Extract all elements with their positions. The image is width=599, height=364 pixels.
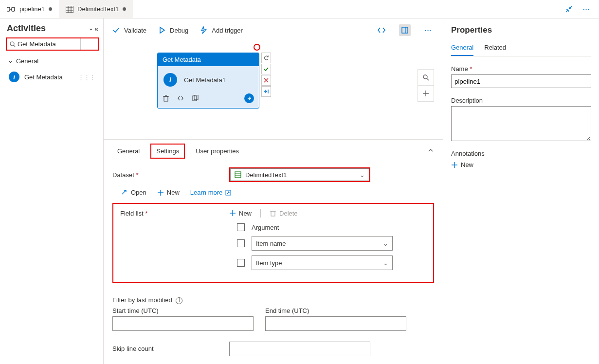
tab-label: pipeline1: [19, 5, 45, 13]
annotations-new-label: New: [461, 161, 473, 168]
description-label: Description: [451, 97, 591, 104]
fl-new-label: New: [239, 210, 252, 217]
activity-node-get-metadata[interactable]: Get Metadata i Get Metadata1: [157, 53, 259, 109]
node-name: Get Metadata1: [184, 76, 226, 84]
activities-search[interactable]: Get Metadata: [6, 37, 99, 51]
pipeline-canvas[interactable]: Get Metadata i Get Metadata1: [157, 42, 443, 139]
pipeline-toolbar: Validate Debug Add trigger ···: [104, 18, 443, 42]
annotations-label: Annotations: [451, 150, 591, 157]
collapse-panel-icon[interactable]: [427, 147, 434, 155]
info-icon: i: [9, 72, 19, 82]
start-time-input[interactable]: [112, 316, 254, 331]
canvas-search-button[interactable]: [417, 69, 434, 86]
argument-header-checkbox[interactable]: [237, 223, 245, 231]
arrow-icon[interactable]: [244, 93, 254, 103]
svg-point-18: [423, 75, 427, 79]
fieldlist-new-button[interactable]: New: [229, 210, 252, 217]
filter-label: Filter by last modified: [112, 296, 172, 304]
add-trigger-button[interactable]: Add trigger: [200, 26, 243, 34]
end-time-input[interactable]: [265, 316, 406, 331]
tab-settings[interactable]: Settings: [150, 144, 185, 159]
grip-icon: ⋮⋮⋮: [78, 73, 95, 81]
properties-tab-general[interactable]: General: [451, 42, 473, 56]
tab-pipeline1[interactable]: pipeline1: [0, 0, 59, 18]
port-retry[interactable]: [261, 53, 271, 63]
category-label: General: [16, 57, 38, 65]
validate-button[interactable]: Validate: [112, 26, 146, 34]
argument-dropdown-itemtype[interactable]: Item type ⌄: [252, 255, 393, 270]
fl-delete-label: Delete: [279, 210, 298, 217]
learn-more-label: Learn more: [190, 189, 222, 196]
unsaved-dot: [49, 7, 52, 11]
tab-general[interactable]: General: [112, 145, 145, 158]
dataset-label: Dataset: [112, 171, 134, 179]
arg-row-checkbox[interactable]: [237, 259, 245, 267]
field-list-section: Field list * New Delete: [112, 203, 434, 283]
dataset-icon: [66, 6, 73, 13]
skip-line-input[interactable]: [229, 342, 370, 356]
port-skip[interactable]: [261, 86, 271, 97]
dataset-dropdown[interactable]: DelimitedText1 ⌄: [229, 167, 370, 182]
open-dataset-button[interactable]: Open: [121, 189, 146, 196]
code-icon[interactable]: [177, 95, 184, 102]
toolbar-more[interactable]: ···: [422, 24, 434, 36]
arg-value: Item name: [256, 240, 286, 247]
port-fail[interactable]: [261, 75, 271, 86]
more-menu[interactable]: ···: [581, 3, 592, 15]
learn-more-link[interactable]: Learn more: [190, 189, 231, 196]
breakpoint-marker[interactable]: [254, 44, 260, 51]
end-time-label: End time (UTC): [265, 307, 406, 314]
svg-rect-22: [235, 172, 241, 178]
fieldlist-delete-button: Delete: [270, 210, 298, 217]
expand-all-icon[interactable]: ⌄: [89, 25, 93, 33]
add-trigger-label: Add trigger: [212, 27, 243, 34]
svg-rect-10: [402, 27, 408, 33]
properties-toggle-icon[interactable]: [399, 24, 411, 36]
category-general[interactable]: ⌄ General: [4, 55, 100, 68]
debug-label: Debug: [170, 27, 188, 34]
code-view-icon[interactable]: [376, 24, 387, 36]
skip-line-label: Skip line count: [112, 345, 229, 352]
new-dataset-button[interactable]: New: [157, 189, 180, 196]
editor-tab-bar: pipeline1 DelimitedText1 ···: [0, 0, 599, 18]
collapse-icon[interactable]: [563, 3, 575, 15]
validate-label: Validate: [124, 27, 146, 34]
svg-rect-3: [66, 6, 73, 13]
chevron-down-icon: ⌄: [383, 240, 388, 247]
activity-label: Get Metadata: [24, 73, 63, 81]
help-icon[interactable]: i: [176, 297, 182, 304]
argument-dropdown-itemname[interactable]: Item name ⌄: [252, 236, 393, 251]
tab-user-properties[interactable]: User properties: [191, 145, 244, 158]
pipeline-icon: [7, 6, 16, 13]
svg-line-19: [427, 78, 429, 80]
chevron-down-icon: ⌄: [8, 57, 13, 64]
argument-header: Argument: [252, 224, 279, 231]
port-success[interactable]: [261, 64, 271, 74]
start-time-label: Start time (UTC): [112, 307, 254, 314]
open-label: Open: [131, 189, 146, 196]
svg-rect-30: [271, 211, 275, 216]
properties-panel: Properties General Related Name * Descri…: [443, 18, 599, 364]
fieldlist-label: Field list: [120, 210, 144, 217]
tab-delimitedtext1[interactable]: DelimitedText1: [59, 0, 133, 18]
activity-get-metadata[interactable]: i Get Metadata ⋮⋮⋮: [6, 69, 98, 85]
arg-row-checkbox[interactable]: [237, 239, 245, 247]
delete-icon[interactable]: [163, 95, 169, 102]
properties-tab-related[interactable]: Related: [484, 42, 506, 56]
unsaved-dot: [123, 7, 126, 11]
name-label: Name: [451, 65, 468, 73]
collapse-sidebar-icon[interactable]: «: [94, 25, 98, 33]
sidebar-title: Activities: [7, 23, 46, 34]
new-label: New: [167, 189, 180, 196]
pipeline-name-input[interactable]: [451, 74, 591, 88]
info-icon: i: [163, 73, 177, 87]
zoom-track[interactable]: [426, 101, 426, 125]
svg-point-8: [10, 42, 14, 46]
copy-icon[interactable]: [192, 95, 199, 102]
annotations-new-button[interactable]: New: [451, 161, 591, 168]
settings-tab-bar: General Settings User properties: [104, 139, 443, 162]
description-input[interactable]: [451, 106, 591, 141]
dataset-value: DelimitedText1: [245, 171, 287, 179]
canvas-add-button[interactable]: [417, 85, 434, 102]
debug-button[interactable]: Debug: [158, 26, 188, 34]
